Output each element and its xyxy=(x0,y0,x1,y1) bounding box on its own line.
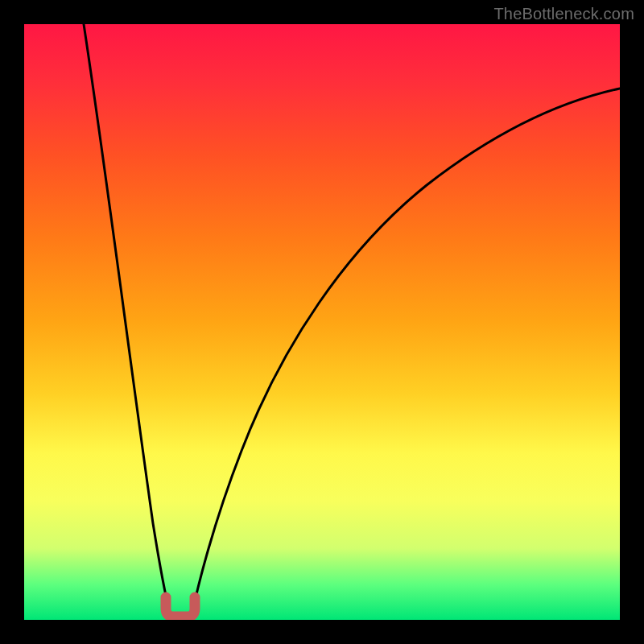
watermark-text: TheBottleneck.com xyxy=(493,5,634,23)
plot-area xyxy=(24,24,620,620)
curve-right-branch xyxy=(191,89,620,620)
curve-left-branch xyxy=(84,24,171,620)
curve-layer xyxy=(24,24,620,620)
chart-frame: TheBottleneck.com xyxy=(0,0,644,644)
minimum-marker xyxy=(166,597,195,617)
